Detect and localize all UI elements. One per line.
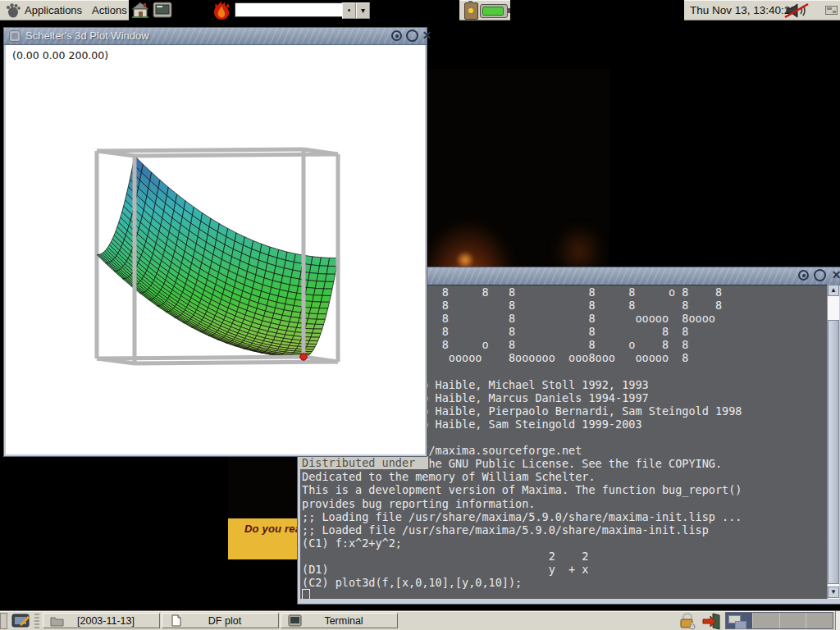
- command-entry[interactable]: [235, 2, 344, 17]
- gnome-foot-icon[interactable]: [5, 2, 21, 18]
- workspace-switcher: [725, 612, 833, 629]
- terminal-launcher-icon[interactable]: [153, 2, 172, 19]
- workspace-3[interactable]: [780, 613, 807, 628]
- terminal-icon: [288, 614, 302, 627]
- task-label: Terminal: [302, 615, 386, 627]
- screenshot-tool-icon[interactable]: [11, 613, 32, 629]
- workspace-2[interactable]: [753, 613, 780, 628]
- entry-dropdown-button[interactable]: ▾: [356, 2, 370, 19]
- mini-window: [735, 621, 746, 629]
- minimum-point-marker: [300, 354, 307, 360]
- window-icon: [9, 30, 21, 42]
- plot-window: Schelter's 3d Plot Window ✕ (0.00 0.00 2…: [3, 27, 427, 457]
- battery-charge-icon[interactable]: [480, 4, 508, 18]
- panel-edge-strip[interactable]: [835, 611, 840, 630]
- taskbar: [2003-11-13] DF plot Terminal: [0, 610, 840, 630]
- plot-titlebar[interactable]: Schelter's 3d Plot Window ✕: [4, 28, 427, 45]
- clock[interactable]: Thu Nov 13, 13:40:29: [690, 0, 797, 21]
- task-button-filemanager[interactable]: [2003-11-13]: [43, 613, 160, 628]
- task-label: DF plot: [183, 615, 267, 627]
- workspace-4[interactable]: [806, 613, 833, 628]
- taskbar-separator[interactable]: [34, 614, 39, 628]
- scroll-down-icon[interactable]: ▼: [828, 587, 839, 598]
- scroll-up-icon[interactable]: ▲: [828, 285, 839, 296]
- task-label: [2003-11-13]: [64, 615, 148, 627]
- folder-icon: [50, 614, 64, 627]
- close-icon[interactable]: ✕: [831, 270, 840, 281]
- task-button-terminal[interactable]: Terminal: [281, 613, 398, 628]
- minimize-icon[interactable]: [798, 270, 809, 281]
- close-icon[interactable]: ✕: [422, 30, 432, 41]
- workspace-1[interactable]: [726, 613, 753, 628]
- surface-plot: [6, 45, 425, 454]
- panel-hide-button[interactable]: [0, 613, 7, 629]
- home-icon[interactable]: [131, 2, 149, 19]
- scrollbar-thumb[interactable]: [828, 320, 839, 584]
- speaker-muted-icon[interactable]: [783, 2, 818, 19]
- maximize-icon[interactable]: [406, 30, 418, 42]
- top-panel: Applications Actions • ▾ Thu Nov 13, 13:…: [0, 0, 840, 21]
- minimize-icon[interactable]: [391, 30, 402, 41]
- desktop: { "top_panel": { "menus": [ { "label": "…: [0, 0, 840, 630]
- plot-window-title: Schelter's 3d Plot Window: [25, 28, 149, 44]
- panel-mini-icon[interactable]: [825, 6, 838, 15]
- terminal-scrollbar[interactable]: ▲ ▼: [827, 285, 839, 599]
- terminal-overlapped-text: Distributed under: [300, 456, 428, 469]
- logout-icon[interactable]: [701, 613, 723, 630]
- entry-dot-button[interactable]: •: [342, 2, 356, 19]
- maximize-icon[interactable]: [814, 269, 826, 281]
- battery-small-icon[interactable]: [464, 2, 478, 20]
- document-icon: [169, 614, 183, 627]
- menu-applications[interactable]: Applications: [25, 0, 82, 21]
- task-button-dfplot[interactable]: DF plot: [162, 613, 279, 628]
- terminal-cursor: [302, 589, 310, 599]
- menu-actions[interactable]: Actions: [92, 0, 127, 21]
- flame-icon[interactable]: [209, 0, 234, 21]
- plot-coords-label: (0.00 0.00 200.00): [12, 49, 108, 62]
- plot-canvas[interactable]: (0.00 0.00 200.00): [6, 45, 425, 454]
- lock-icon[interactable]: [678, 613, 697, 630]
